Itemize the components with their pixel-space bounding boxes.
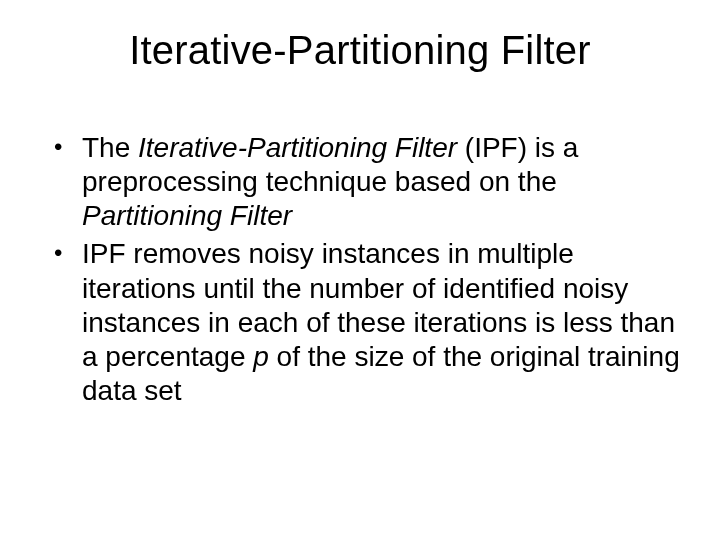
bullet-italic: p (253, 341, 269, 372)
bullet-italic: Iterative-Partitioning Filter (138, 132, 465, 163)
bullet-italic: Partitioning Filter (82, 200, 292, 231)
list-item: The Iterative-Partitioning Filter (IPF) … (54, 131, 680, 233)
bullet-list: The Iterative-Partitioning Filter (IPF) … (40, 131, 680, 408)
bullet-text: The (82, 132, 138, 163)
slide-title: Iterative-Partitioning Filter (40, 28, 680, 73)
list-item: IPF removes noisy instances in multiple … (54, 237, 680, 408)
